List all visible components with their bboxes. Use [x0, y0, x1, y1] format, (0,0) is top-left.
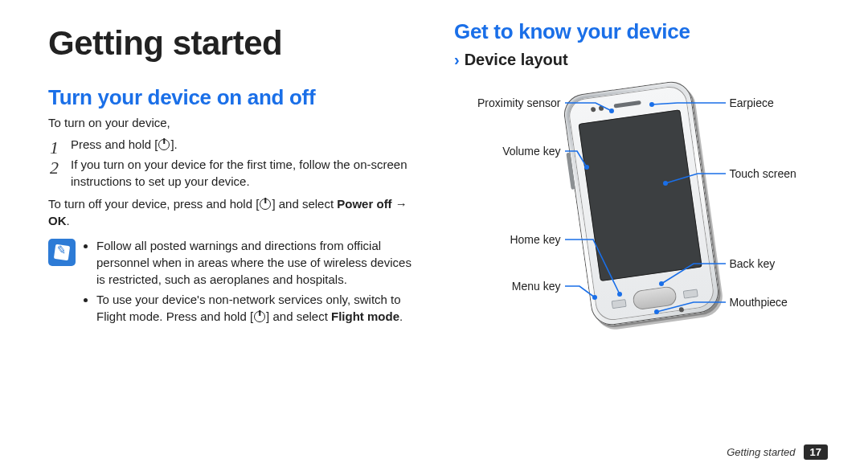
left-column: Getting started Turn your device on and … [48, 19, 422, 368]
note2-c: . [399, 309, 403, 323]
off-c: . [67, 214, 70, 227]
device-diagram: Proximity sensor Volume key Home key Men… [469, 79, 814, 368]
note-item-2: To use your device's non-network service… [96, 291, 422, 325]
note-box: Follow all posted warnings and direction… [48, 237, 422, 328]
subheading-text: Device layout [465, 51, 568, 68]
svg-point-0 [609, 109, 614, 113]
note-icon [48, 239, 76, 266]
svg-point-4 [649, 102, 654, 107]
svg-point-6 [659, 281, 664, 286]
label-mouthpiece: Mouthpiece [730, 296, 788, 309]
off-a: To turn off your device, press and hold … [48, 197, 259, 211]
step-1: Press and hold []. [48, 136, 422, 153]
label-volume: Volume key [502, 145, 560, 158]
section-heading-turn-on-off: Turn your device on and off [48, 85, 422, 110]
label-proximity: Proximity sensor [477, 96, 560, 109]
label-home: Home key [510, 233, 560, 246]
note-item-1: Follow all posted warnings and direction… [96, 237, 422, 288]
svg-point-7 [654, 309, 659, 314]
svg-point-3 [592, 295, 597, 300]
step-1-text-a: Press and hold [ [71, 137, 158, 151]
note-list: Follow all posted warnings and direction… [84, 237, 422, 328]
svg-point-5 [663, 181, 668, 186]
power-icon [254, 311, 265, 322]
intro-text: To turn on your device, [48, 115, 422, 131]
chevron-right-icon: › [454, 51, 460, 68]
callout-wires [469, 79, 814, 368]
power-icon [158, 139, 170, 150]
svg-point-1 [584, 165, 589, 170]
section-heading-know-device: Get to know your device [454, 19, 828, 44]
label-back: Back key [730, 257, 776, 270]
step-1-text-b: ]. [170, 137, 177, 151]
page-footer: Getting started 17 [727, 444, 828, 460]
label-menu: Menu key [512, 280, 561, 293]
power-icon [260, 199, 271, 210]
label-earpiece: Earpiece [730, 96, 774, 109]
svg-point-2 [617, 292, 622, 297]
footer-page-number: 17 [804, 444, 828, 460]
label-touch: Touch screen [730, 167, 796, 180]
manual-page: Getting started Turn your device on and … [0, 0, 868, 471]
page-title: Getting started [48, 24, 422, 63]
footer-section: Getting started [727, 446, 795, 458]
turn-off-text: To turn off your device, press and hold … [48, 196, 422, 229]
right-column: Get to know your device ›Device layout [454, 19, 828, 368]
step-2: If you turn on your device for the first… [48, 156, 422, 190]
subheading-device-layout: ›Device layout [454, 51, 828, 69]
note2-b: ] and select [266, 309, 331, 323]
steps-list: Press and hold []. If you turn on your d… [48, 136, 422, 190]
off-b: ] and select [272, 197, 337, 211]
note2-bold: Flight mode [331, 309, 399, 323]
